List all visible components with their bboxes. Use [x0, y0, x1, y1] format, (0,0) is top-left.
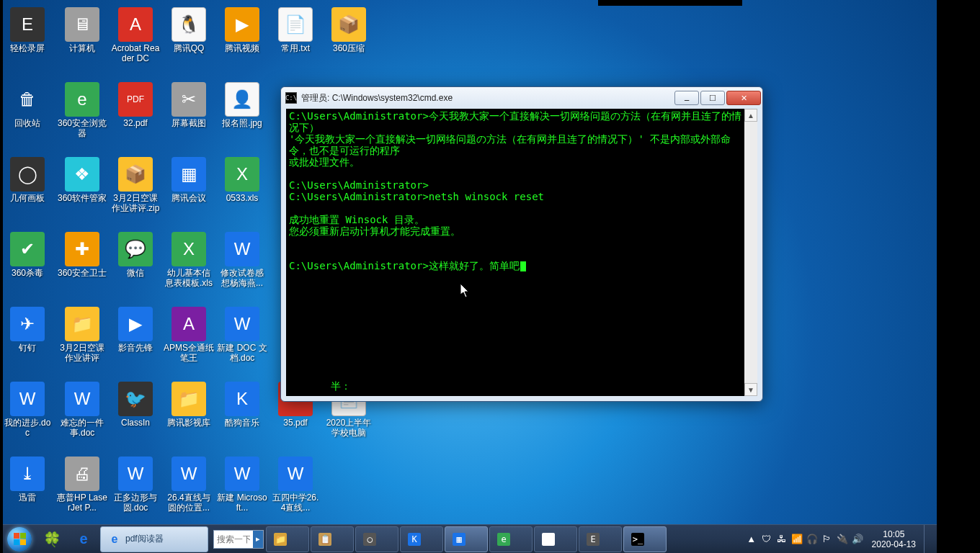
desktop-icon-腾讯影视库[interactable]: 📁腾讯影视库 [162, 382, 215, 428]
cmd-body[interactable]: C:\Users\Administrator>今天我教大家一个直接解决一切网络问… [286, 109, 757, 396]
icon-label: 常用.txt [269, 43, 322, 53]
desktop-icon-迅雷[interactable]: ⤓迅雷 [1, 457, 54, 503]
close-button[interactable]: ✕ [726, 91, 761, 105]
start-button[interactable] [3, 525, 36, 554]
desktop-icon-回收站[interactable]: 🗑回收站 [1, 82, 54, 128]
icon-label: 几何画板 [1, 193, 54, 203]
scroll-up-button[interactable]: ▲ [744, 109, 757, 122]
desktop-icon-几何画板[interactable]: ◯几何画板 [1, 157, 54, 203]
scroll-down-button[interactable]: ▼ [744, 383, 757, 396]
desktop-icon-26-4直线与圆的位置-[interactable]: W26.4直线与圆的位置... [162, 457, 215, 513]
desktop-icon-五四中学26-4直线-[interactable]: W五四中学26.4直线... [269, 457, 322, 513]
letterbox-left [0, 0, 3, 553]
icon-label: 难忘的一件事.doc [55, 418, 109, 438]
desktop-icon-惠普HP-LaserJet-P-[interactable]: 🖨惠普HP LaserJet P... [55, 457, 109, 513]
tray-icon-7[interactable]: 🔊 [851, 533, 864, 546]
task-kugou[interactable]: K [400, 526, 443, 552]
taskbar-clock[interactable]: 10:05 2020-04-13 [866, 529, 922, 549]
desktop-icon-新建-DOC-文档-doc[interactable]: W新建 DOC 文档.doc [215, 307, 269, 363]
minimize-button[interactable]: ــ [674, 91, 699, 105]
icon-label: 迅雷 [1, 493, 54, 503]
desktop-icon-报名照-jpg[interactable]: 👤报名照.jpg [215, 82, 269, 128]
task-folder[interactable]: 📁 [266, 526, 309, 552]
cmd-icon: C:\ [285, 92, 297, 104]
tray-icon-5[interactable]: 🏳 [821, 533, 834, 546]
icon-label: ClassIn [109, 418, 162, 428]
task-ie-pdf[interactable]: e pdf阅读器 [100, 526, 208, 552]
task-app[interactable]: ◫ [534, 526, 577, 552]
desktop-icon-幼儿基本信息表模板-xls[interactable]: X幼儿基本信息表模板.xls [162, 232, 215, 288]
task-meeting[interactable]: ▦ [445, 526, 488, 552]
maximize-button[interactable]: ☐ [700, 91, 725, 105]
desktop-icon-3月2日空课作业讲评[interactable]: 📁3月2日空课作业讲评 [55, 307, 109, 363]
desktop-icon-Acrobat-Reader-DC[interactable]: AAcrobat Reader DC [109, 7, 162, 63]
tray-icon-2[interactable]: 🖧 [775, 533, 788, 546]
icon-label: 正多边形与圆.doc [109, 493, 162, 513]
desktop-icon-新建-Microsoft-[interactable]: W新建 Microsoft... [215, 457, 269, 513]
desktop[interactable]: E轻松录屏🖥计算机AAcrobat Reader DC🐧腾讯QQ▶腾讯视频📄常用… [3, 0, 937, 553]
desktop-icon-ClassIn[interactable]: 🐦ClassIn [109, 382, 162, 428]
system-tray[interactable]: ▲🛡🖧📶🎧🏳🔌🔊 10:05 2020-04-13 [745, 525, 937, 554]
desktop-icon-难忘的一件事-doc[interactable]: W难忘的一件事.doc [55, 382, 109, 438]
task-rec[interactable]: E [579, 526, 622, 552]
icon-label: 腾讯视频 [215, 43, 269, 53]
icon-label: 新建 Microsoft... [215, 493, 269, 513]
pinned-clover[interactable]: 🍀 [37, 526, 67, 552]
desktop-icon-影音先锋[interactable]: ▶影音先锋 [109, 307, 162, 353]
taskbar-search[interactable]: ▸ [213, 530, 264, 549]
icon-label: 360安全卫士 [55, 268, 109, 278]
task-360[interactable]: e [489, 526, 533, 552]
task-notes[interactable]: 📋 [311, 526, 354, 552]
desktop-icon-3月2日空课作业讲评-zip[interactable]: 📦3月2日空课作业讲评.zip [109, 157, 162, 213]
taskbar[interactable]: 🍀e e pdf阅读器 ▸ 📁📋◯K▦e◫E>_ ▲🛡🖧📶🎧🏳🔌🔊 10:05 … [3, 524, 937, 553]
cmd-output[interactable]: C:\Users\Administrator>今天我教大家一个直接解决一切网络问… [286, 109, 744, 396]
desktop-icon-轻松录屏[interactable]: E轻松录屏 [1, 7, 54, 53]
tray-icon-6[interactable]: 🔌 [836, 533, 849, 546]
icon-image: K [225, 382, 259, 416]
meeting-icon: ▦ [453, 533, 466, 546]
search-go-button[interactable]: ▸ [253, 531, 263, 548]
desktop-icon-正多边形与圆-doc[interactable]: W正多边形与圆.doc [109, 457, 162, 513]
desktop-icon-微信[interactable]: 💬微信 [109, 232, 162, 278]
tray-icon-1[interactable]: 🛡 [760, 533, 773, 546]
desktop-icon-360软件管家[interactable]: ❖360软件管家 [55, 157, 109, 203]
icon-label: 0533.xls [215, 193, 269, 203]
desktop-icon-腾讯视频[interactable]: ▶腾讯视频 [215, 7, 269, 53]
desktop-icon-酷狗音乐[interactable]: K酷狗音乐 [215, 382, 269, 428]
desktop-icon-计算机[interactable]: 🖥计算机 [55, 7, 109, 53]
icon-label: 26.4直线与圆的位置... [162, 493, 215, 513]
icon-label: 32.pdf [109, 118, 162, 128]
clock-time: 10:05 [872, 529, 916, 539]
icon-label: 报名照.jpg [215, 118, 269, 128]
desktop-icon-修改试卷感想杨海燕-[interactable]: W修改试卷感想杨海燕... [215, 232, 269, 288]
show-desktop-button[interactable] [924, 525, 934, 554]
pinned-ie[interactable]: e [68, 526, 99, 552]
cmd-titlebar[interactable]: C:\ 管理员: C:\Windows\system32\cmd.exe ــ … [281, 87, 762, 109]
ie-icon: e [108, 533, 121, 546]
tray-icon-4[interactable]: 🎧 [806, 533, 819, 546]
desktop-icon-APMS全通纸笔王[interactable]: AAPMS全通纸笔王 [162, 307, 215, 363]
search-input[interactable] [214, 531, 253, 548]
desktop-icon-腾讯QQ[interactable]: 🐧腾讯QQ [162, 7, 215, 53]
desktop-icon-0533-xls[interactable]: X0533.xls [215, 157, 269, 203]
desktop-icon-32-pdf[interactable]: PDF32.pdf [109, 82, 162, 128]
desktop-icon-360安全卫士[interactable]: ✚360安全卫士 [55, 232, 109, 278]
icon-image: ▶ [225, 7, 259, 42]
cmd-window[interactable]: C:\ 管理员: C:\Windows\system32\cmd.exe ــ … [280, 86, 763, 402]
tray-icon-3[interactable]: 📶 [790, 533, 803, 546]
icon-image: 📦 [331, 7, 366, 42]
desktop-icon-360杀毒[interactable]: ✔360杀毒 [1, 232, 54, 278]
cmd-scrollbar[interactable]: ▲ ▼ [744, 109, 757, 396]
task-chrome[interactable]: ◯ [355, 526, 398, 552]
desktop-icon-屏幕截图[interactable]: ✂屏幕截图 [162, 82, 215, 128]
desktop-icon-360安全浏览器[interactable]: e360安全浏览器 [55, 82, 109, 138]
desktop-icon-我的进步-doc[interactable]: W我的进步.doc [1, 382, 54, 438]
icon-image: W [278, 457, 313, 491]
desktop-icon-钉钉[interactable]: ✈钉钉 [1, 307, 54, 353]
task-cmd[interactable]: >_ [623, 526, 667, 552]
desktop-icon-360压缩[interactable]: 📦360压缩 [322, 7, 375, 53]
desktop-icon-常用-txt[interactable]: 📄常用.txt [269, 7, 322, 53]
desktop-icon-腾讯会议[interactable]: ▦腾讯会议 [162, 157, 215, 203]
notes-icon: 📋 [318, 533, 331, 546]
tray-icon-0[interactable]: ▲ [745, 533, 758, 546]
